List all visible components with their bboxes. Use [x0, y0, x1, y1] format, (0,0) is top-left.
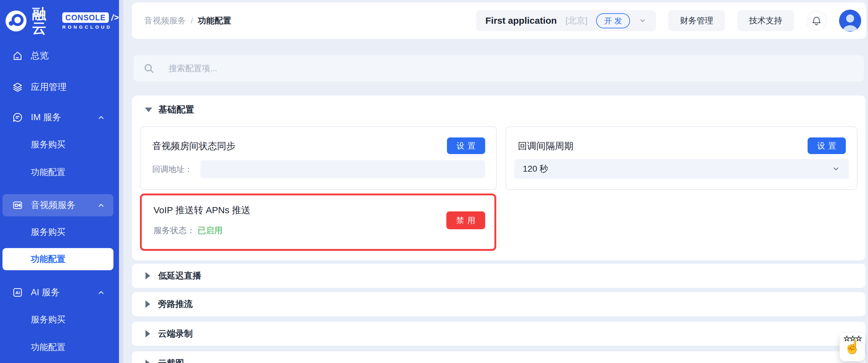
notifications-button[interactable] [806, 10, 827, 31]
sidebar-group-label: IM 服务 [31, 111, 61, 124]
triangle-right-icon [146, 330, 150, 337]
search-input[interactable] [168, 64, 538, 73]
sidebar-item-im-purchase[interactable]: 服务购买 [2, 133, 114, 156]
sidebar-item-label: 总览 [31, 50, 49, 62]
sidebar-item-ai-feature-config[interactable]: 功能配置 [2, 336, 114, 358]
finance-management-button[interactable]: 财务管理 [668, 10, 725, 31]
card-callback-interval: 回调间隔周期 设置 120 秒 [505, 126, 858, 190]
sidebar-item-rtc-purchase[interactable]: 服务购买 [2, 221, 114, 243]
brand-name: 融云 [32, 7, 56, 35]
settings-button-label: 设置 [454, 140, 479, 151]
sidebar: 融云 CONSOLE /> RONGCLOUD 总览 应用管理 [0, 0, 119, 363]
app-region: [北京] [565, 15, 588, 27]
bell-icon [811, 15, 822, 26]
app-name: First application [486, 15, 557, 26]
callback-url-row: 回调地址： [152, 160, 485, 178]
console-app: 融云 CONSOLE /> RONGCLOUD 总览 应用管理 [0, 0, 868, 363]
card-voip-to-apns-highlighted: VoIP 推送转 APNs 推送 禁用 服务状态： 已启用 [140, 194, 496, 251]
callback-url-label: 回调地址： [152, 164, 192, 175]
sidebar-group-rtc-service[interactable]: 音视频服务 [2, 194, 114, 216]
section-title: 云截图 [158, 358, 184, 363]
sidebar-group-label: 音视频服务 [31, 199, 75, 211]
sidebar-group-ai-service[interactable]: Ai AI 服务 [2, 281, 114, 303]
section-toggle-bypass-streaming[interactable]: 旁路推流 [132, 292, 866, 316]
breadcrumb-parent[interactable]: 音视频服务 [144, 15, 186, 26]
breadcrumb-current: 功能配置 [198, 15, 231, 26]
sidebar-item-label: 功能配置 [31, 166, 65, 178]
breadcrumb-separator: / [191, 16, 193, 25]
sidebar-item-overview[interactable]: 总览 [2, 45, 114, 67]
basic-config-panel: 基础配置 音视频房间状态同步 设置 回调地址： 回调间隔周期 设置 120 秒 [132, 96, 866, 260]
tech-support-button[interactable]: 技术支持 [737, 10, 794, 31]
sidebar-item-rtc-feature-config[interactable]: 功能配置 [2, 248, 114, 270]
section-title: 云端录制 [158, 328, 193, 339]
callback-url-input[interactable] [200, 160, 485, 178]
chevron-up-icon [97, 288, 105, 297]
card-room-status-sync: 音视频房间状态同步 设置 回调地址： [140, 126, 497, 190]
card-title: 音视频房间状态同步 [152, 140, 236, 153]
service-status-value: 已启用 [197, 225, 222, 236]
chevron-up-icon [97, 201, 105, 209]
triangle-right-icon [146, 360, 150, 363]
triangle-right-icon [146, 300, 150, 308]
section-title: 基础配置 [158, 103, 194, 116]
top-bar: 音视频服务 / 功能配置 First application [北京] 开发 财… [132, 2, 866, 39]
layers-icon [12, 82, 23, 93]
chevron-down-icon [832, 165, 840, 173]
sidebar-group-im-service[interactable]: IM 服务 [2, 106, 114, 129]
section-title: 旁路推流 [158, 298, 193, 310]
video-camera-icon [12, 200, 23, 210]
sidebar-item-im-feature-config[interactable]: 功能配置 [2, 161, 114, 183]
sidebar-item-label: 服务购买 [31, 314, 65, 325]
sidebar-item-label: 功能配置 [31, 253, 65, 265]
disable-button-label: 禁用 [453, 215, 478, 226]
sidebar-item-label: 功能配置 [31, 341, 65, 353]
disable-button[interactable]: 禁用 [446, 211, 485, 229]
triangle-down-icon [145, 107, 152, 112]
section-toggle-low-latency-live[interactable]: 低延迟直播 [132, 264, 866, 288]
brand-logo: 融云 CONSOLE /> RONGCLOUD [5, 7, 119, 35]
pointing-hand-icon: ☝ [844, 340, 861, 354]
ai-box-icon: Ai [12, 287, 23, 298]
interval-select-value: 120 秒 [523, 163, 548, 175]
service-status-label: 服务状态： [154, 225, 195, 236]
sidebar-group-label: AI 服务 [31, 286, 60, 299]
interval-select[interactable]: 120 秒 [514, 159, 849, 179]
card-title: VoIP 推送转 APNs 推送 [154, 204, 251, 217]
sidebar-item-ai-purchase[interactable]: 服务购买 [2, 308, 114, 331]
top-bar-actions: First application [北京] 开发 财务管理 技术支持 [476, 9, 861, 32]
app-selector[interactable]: First application [北京] 开发 [476, 10, 656, 31]
section-toggle-cloud-recording[interactable]: 云端录制 [132, 322, 866, 346]
brand-wordmark: RONGCLOUD [62, 24, 112, 30]
section-toggle-basic-config[interactable]: 基础配置 [145, 103, 194, 116]
sidebar-item-app-management[interactable]: 应用管理 [2, 76, 114, 98]
rongcloud-logo-icon [5, 10, 27, 32]
triangle-right-icon [146, 272, 150, 279]
home-icon [12, 51, 23, 61]
sidebar-edge-divider [119, 0, 123, 363]
sidebar-item-label: 服务购买 [31, 226, 65, 238]
settings-button[interactable]: 设置 [447, 137, 485, 154]
chat-bubble-icon [12, 112, 23, 123]
sidebar-item-label: 应用管理 [31, 81, 67, 93]
config-search-bar [133, 55, 864, 82]
search-icon [143, 63, 154, 74]
chevron-down-icon [639, 16, 647, 25]
avatar-icon [839, 9, 861, 32]
section-title: 低延迟直播 [158, 270, 201, 282]
settings-button[interactable]: 设置 [808, 137, 846, 154]
env-badge: 开发 [596, 13, 630, 28]
user-avatar[interactable] [839, 9, 861, 32]
code-mark: /> [111, 13, 119, 23]
console-badge: CONSOLE [62, 12, 109, 23]
finance-management-label: 财务管理 [680, 15, 713, 26]
service-status-row: 服务状态： 已启用 [154, 225, 222, 236]
brand-wordmark-block: CONSOLE /> RONGCLOUD [62, 12, 119, 30]
tech-support-label: 技术支持 [749, 15, 782, 26]
svg-text:Ai: Ai [16, 290, 20, 295]
settings-button-label: 设置 [814, 140, 839, 151]
card-title: 回调间隔周期 [518, 140, 573, 153]
sidebar-item-label: 服务购买 [31, 139, 65, 151]
section-toggle-cloud-snapshot[interactable]: 云截图 [132, 351, 866, 363]
feedback-rating-widget[interactable]: ☆☆☆ ☝ [840, 333, 865, 361]
